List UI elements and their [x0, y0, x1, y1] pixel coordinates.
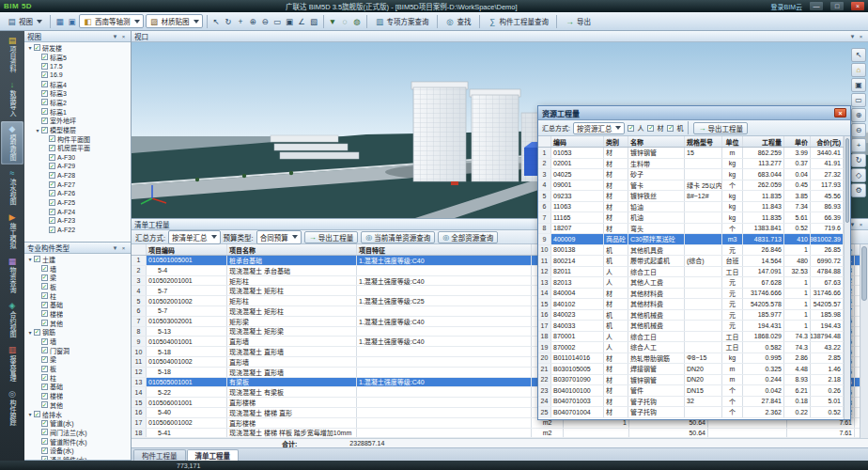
- table-row[interactable]: 10800138机其他机具费元26.846126.85: [538, 245, 844, 257]
- column-header[interactable]: 单位: [722, 136, 743, 147]
- resource-filter-0[interactable]: 人: [628, 123, 643, 133]
- orbit-icon[interactable]: ↻: [224, 16, 234, 26]
- tree-item[interactable]: A-F27: [24, 180, 131, 189]
- bottom-tab[interactable]: 构件工程量: [133, 449, 186, 461]
- tree-item[interactable]: 16.9: [24, 70, 131, 80]
- column-header[interactable]: 工程量: [743, 136, 784, 147]
- checkbox[interactable]: [49, 135, 55, 142]
- checkbox[interactable]: [49, 181, 55, 188]
- nav-tab-component-track[interactable]: ◎构件跟踪: [1, 386, 23, 430]
- checkbox[interactable]: [49, 217, 55, 224]
- table-row[interactable]: 509233材镀锌铁丝8#~12#kg11.8353.8545.56: [538, 191, 844, 202]
- table-row[interactable]: 409001材管卡绿卡 25以内个262.0590.45117.93: [538, 180, 844, 192]
- expander-icon[interactable]: ▾: [26, 256, 34, 262]
- budget-type-combo[interactable]: 合同预算: [256, 230, 302, 244]
- nav-tab-material-query[interactable]: ▦物资查询: [1, 254, 23, 297]
- table-row[interactable]: 22B030701090材镀锌钢管DN20m0.2448.932.18: [538, 375, 844, 386]
- table-row[interactable]: 304025材砂子kg683.0440.0427.32: [538, 169, 844, 180]
- tree-item[interactable]: 机房层平面: [24, 144, 131, 153]
- maximize-button[interactable]: □: [830, 2, 844, 10]
- expander-icon[interactable]: ▾: [26, 44, 34, 51]
- table-row[interactable]: 11800214机履带式起重机(综合)台班14.5644806990.72: [538, 256, 844, 267]
- type-item[interactable]: 其他: [24, 319, 131, 328]
- screenshot-icon[interactable]: ▣: [67, 16, 77, 26]
- nav-tab-model-view[interactable]: ◆模型视图: [1, 121, 23, 164]
- pan-icon[interactable]: +: [851, 138, 866, 152]
- tree-item[interactable]: A-F24: [24, 207, 131, 216]
- table-row[interactable]: 202001材生料带kg113.2770.3741.91: [538, 159, 844, 170]
- view-direction-combo[interactable]: ◧ 西南等轴测: [79, 14, 144, 28]
- column-header[interactable]: 名称: [628, 136, 685, 147]
- resource-filter-2[interactable]: 机: [667, 123, 683, 133]
- column-header[interactable]: 项目编码: [147, 244, 227, 255]
- table-row[interactable]: 14840004材其他材料费元31746.666131746.66: [538, 289, 844, 300]
- type-item[interactable]: 基础: [24, 383, 131, 392]
- table-row[interactable]: 21B030105005材焊接钢管DN20m0.3254.481.46: [538, 364, 844, 375]
- checkbox[interactable]: [49, 209, 55, 215]
- table-row[interactable]: 15840102材其他材料费元54205.578154205.57: [538, 299, 844, 310]
- zoom-extents-icon[interactable]: ▣: [851, 78, 866, 92]
- view-menu-button[interactable]: ▤ 视图: [3, 14, 46, 28]
- table-row[interactable]: 711165材机油kg11.8355.6166.39: [538, 212, 844, 224]
- checkbox[interactable]: [41, 420, 48, 427]
- type-item[interactable]: 楼梯: [24, 309, 131, 319]
- table-row[interactable]: 16840023机其他机械费元185.9771185.98: [538, 310, 844, 321]
- tree-root[interactable]: ▾研发楼: [24, 43, 131, 53]
- checkbox[interactable]: [41, 54, 48, 60]
- type-item[interactable]: 墙: [24, 337, 131, 346]
- expander-icon[interactable]: ▾: [26, 329, 34, 336]
- type-item[interactable]: 设备(水): [24, 446, 131, 455]
- checkbox[interactable]: [49, 163, 55, 169]
- close-icon[interactable]: ×: [119, 32, 128, 40]
- checkbox[interactable]: [41, 347, 48, 353]
- table-row[interactable]: 185-41现浇混凝土 楼梯 样板 踏步宽每增加10mmm250.647.61: [132, 429, 860, 438]
- checkbox[interactable]: [41, 274, 48, 281]
- tree-item[interactable]: A-F30: [24, 152, 131, 162]
- tree-item[interactable]: 室外地坪: [24, 117, 131, 126]
- vertical-scrollbar[interactable]: [844, 136, 850, 419]
- checkbox[interactable]: [41, 63, 48, 70]
- column-header[interactable]: 规格型号: [685, 136, 722, 147]
- checkbox[interactable]: [41, 320, 48, 326]
- tree-item[interactable]: 标高1: [24, 107, 131, 117]
- checkbox[interactable]: [49, 145, 55, 151]
- summary-mode-combo[interactable]: 按清单汇总: [168, 230, 221, 244]
- type-item[interactable]: 柱: [24, 291, 131, 301]
- resource-filter-1[interactable]: 材: [647, 123, 663, 133]
- column-header[interactable]: 单价: [784, 136, 811, 147]
- checkbox[interactable]: [41, 302, 48, 308]
- scrollbar-thumb[interactable]: [861, 246, 867, 301]
- table-row[interactable]: 611063材铅油kg11.8437.3486.93: [538, 202, 844, 213]
- checkbox[interactable]: [41, 118, 48, 124]
- tree-item[interactable]: 标高5: [24, 53, 131, 62]
- vertical-scrollbar[interactable]: [860, 244, 868, 438]
- checkbox[interactable]: [41, 384, 48, 390]
- scrollbar-thumb[interactable]: [845, 138, 849, 223]
- checkbox[interactable]: [41, 90, 48, 97]
- zoom-extents-icon[interactable]: ▣: [285, 16, 295, 26]
- checkbox[interactable]: [41, 374, 48, 381]
- pin-icon[interactable]: ▼: [111, 243, 119, 252]
- type-item[interactable]: 管道(水): [24, 418, 131, 428]
- checkbox[interactable]: [34, 411, 40, 417]
- table-row[interactable]: 23B040100100材管件DN15个0.0426.210.26: [538, 385, 844, 397]
- column-header[interactable]: 编码: [551, 136, 604, 147]
- tree-group[interactable]: ▾模型楼层: [24, 125, 131, 134]
- tree-item[interactable]: 标高3: [24, 88, 131, 98]
- close-button[interactable]: ×: [851, 2, 864, 10]
- checkbox[interactable]: [41, 99, 48, 105]
- filter-icon[interactable]: ▼: [328, 16, 338, 26]
- nav-tab-contract-view[interactable]: ◈合约视图: [1, 298, 23, 341]
- all-resource-query-button[interactable]: ◎ 全部资源查询: [438, 231, 498, 243]
- checkbox[interactable]: [49, 199, 55, 206]
- table-row[interactable]: 17840033机其他机械费元194.4311194.43: [538, 321, 844, 332]
- checkbox[interactable]: [49, 190, 55, 196]
- checkbox[interactable]: [41, 292, 48, 299]
- type-item[interactable]: 墙: [24, 264, 131, 274]
- special-plan-query-button[interactable]: ▥ 专项方案查询: [371, 14, 433, 28]
- checkbox[interactable]: [41, 310, 48, 317]
- nav-tab-construction-sim[interactable]: ▶施工模拟: [1, 210, 23, 253]
- checkbox[interactable]: [49, 172, 55, 179]
- orbit-icon[interactable]: ↻: [851, 153, 866, 167]
- checkbox[interactable]: [41, 71, 48, 78]
